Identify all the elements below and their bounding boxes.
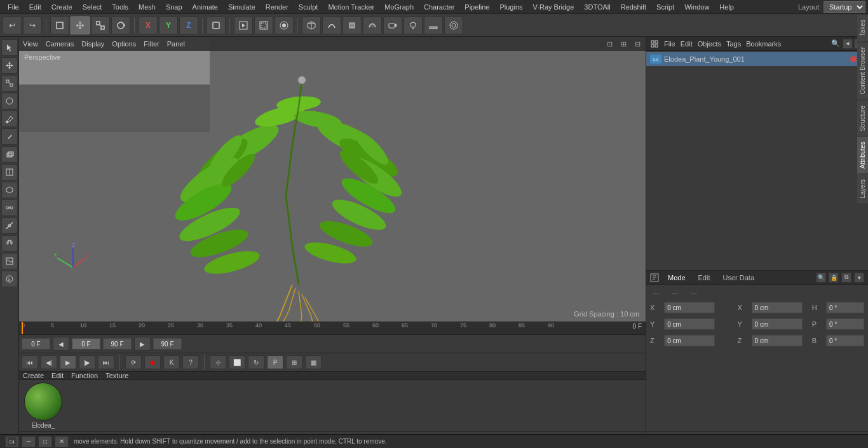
loop-cut-button[interactable] — [1, 164, 18, 180]
select-object-button[interactable] — [1, 39, 18, 56]
x-axis-button[interactable]: X — [139, 17, 158, 34]
obj-back-button[interactable]: ◄ — [843, 39, 853, 49]
tl-zoom-button[interactable]: ↻ — [248, 355, 264, 369]
content-browser-tab[interactable]: Content Browser — [857, 41, 868, 99]
mat-texture-menu[interactable]: Texture — [105, 372, 128, 379]
menu-help[interactable]: Help — [714, 2, 739, 12]
attr-edit-tab[interactable]: Edit — [695, 273, 714, 283]
play-button[interactable]: ▶ — [60, 355, 76, 369]
takes-tab[interactable]: Takes — [857, 14, 868, 41]
obj-dot-red[interactable] — [850, 56, 857, 62]
attr-userdata-tab[interactable]: User Data — [719, 273, 759, 283]
tl-move-button[interactable]: ⊹ — [210, 355, 226, 369]
attr-p-input[interactable] — [826, 318, 864, 330]
menu-render[interactable]: Render — [261, 2, 294, 12]
status-maximize-button[interactable]: □ — [38, 436, 52, 447]
tl-grid-button[interactable]: ⊞ — [286, 355, 302, 369]
paint-lt-button[interactable]: S — [1, 271, 18, 287]
attr-lock-button[interactable]: 🔒 — [829, 273, 839, 283]
material-item[interactable]: Elodea_ — [24, 383, 62, 429]
current-frame-input[interactable] — [72, 338, 100, 350]
magnet-button[interactable] — [1, 235, 18, 252]
attr-b-input[interactable] — [826, 335, 864, 346]
scale-tool-button[interactable] — [91, 17, 110, 34]
tl-mode-button[interactable]: P — [267, 355, 283, 369]
menu-sculpt[interactable]: Sculpt — [294, 2, 323, 12]
menu-tools[interactable]: Tools — [107, 2, 133, 12]
rotate-tool-button[interactable] — [111, 17, 130, 34]
vp-view-menu[interactable]: View — [23, 40, 38, 48]
menu-character[interactable]: Character — [419, 2, 459, 12]
step-back-button[interactable]: ◀| — [41, 355, 57, 369]
render-preview-button[interactable] — [275, 17, 294, 34]
redo-button[interactable]: ↪ — [23, 17, 42, 34]
move-lt-button[interactable] — [1, 57, 18, 74]
attr-y2-input[interactable] — [752, 318, 803, 330]
scale-lt-button[interactable] — [1, 75, 18, 92]
rotate-lt-button[interactable] — [1, 93, 18, 109]
loop-button[interactable]: ⟳ — [125, 355, 142, 369]
tl-layout-button[interactable]: ▦ — [305, 355, 322, 369]
end-frame-input1[interactable] — [103, 338, 132, 350]
attr-x2-input[interactable] — [752, 302, 803, 313]
help-timeline-button[interactable]: ? — [182, 355, 199, 369]
vp-cameras-menu[interactable]: Cameras — [46, 40, 74, 48]
deformer-button[interactable] — [363, 17, 382, 34]
menu-animate[interactable]: Animate — [187, 2, 223, 12]
menu-mesh[interactable]: Mesh — [133, 2, 161, 12]
layers-tab[interactable]: Layers — [857, 173, 868, 203]
menu-simulate[interactable]: Simulate — [223, 2, 261, 12]
extrude-button[interactable] — [342, 17, 362, 34]
extrude-lt-button[interactable] — [1, 146, 18, 163]
menu-mograph[interactable]: MoGraph — [379, 2, 419, 12]
cube-button[interactable] — [302, 17, 321, 34]
object-row-elodea[interactable]: Lo Elodea_Plant_Young_001 — [646, 52, 868, 66]
attr-y-input[interactable] — [664, 318, 715, 330]
model-mode-button[interactable] — [50, 17, 69, 34]
undo-button[interactable]: ↩ — [3, 17, 22, 34]
obj-tags-menu[interactable]: Tags — [726, 40, 741, 48]
vp-icon3[interactable]: ⊟ — [632, 38, 643, 50]
status-close-button[interactable]: ✕ — [55, 436, 69, 447]
menu-file[interactable]: File — [3, 2, 24, 12]
menu-3dtoall[interactable]: 3DTOAll — [579, 2, 615, 12]
menu-create[interactable]: Create — [46, 2, 78, 12]
polygon-button[interactable] — [1, 182, 18, 198]
render-region-button[interactable] — [254, 17, 273, 34]
obj-file-menu[interactable]: File — [664, 40, 675, 48]
menu-window[interactable]: Window — [679, 2, 714, 12]
attr-z2-input[interactable] — [752, 335, 803, 346]
tl-prev-btn[interactable]: ◀ — [53, 337, 69, 351]
step-forward-button[interactable]: |▶ — [79, 355, 95, 369]
menu-plugins[interactable]: Plugins — [494, 2, 527, 12]
vp-options-menu[interactable]: Options — [112, 40, 136, 48]
end-frame-input2[interactable] — [153, 338, 182, 350]
move-tool-button[interactable] — [71, 17, 90, 34]
knife-button[interactable] — [1, 128, 18, 145]
floor-button[interactable] — [424, 17, 443, 34]
status-icon1[interactable]: C4 — [5, 436, 19, 447]
y-axis-button[interactable]: Y — [159, 17, 178, 34]
attr-h-input[interactable] — [826, 302, 864, 313]
tl-select-button[interactable]: ⬜ — [229, 355, 245, 369]
autokey-button[interactable]: K — [163, 355, 180, 369]
menu-pipeline[interactable]: Pipeline — [459, 2, 494, 12]
material-button[interactable] — [444, 17, 463, 34]
render-active-button[interactable] — [234, 17, 253, 34]
viewport[interactable]: X Y Z View Cameras Display Options Filte… — [19, 37, 646, 322]
weld-button[interactable] — [1, 200, 18, 216]
camera-button[interactable] — [383, 17, 402, 34]
obj-objects-menu[interactable]: Objects — [698, 40, 721, 48]
status-minimize-button[interactable]: ─ — [22, 436, 36, 447]
record-button[interactable]: ⏺ — [144, 355, 161, 369]
menu-select[interactable]: Select — [78, 2, 107, 12]
start-frame-input[interactable] — [22, 338, 50, 350]
z-axis-button[interactable]: Z — [179, 17, 198, 34]
vp-panel-menu[interactable]: Panel — [167, 40, 185, 48]
attr-copy-button[interactable]: ⧉ — [841, 273, 851, 283]
vp-display-menu[interactable]: Display — [81, 40, 104, 48]
vp-icon1[interactable]: ⊡ — [604, 38, 615, 50]
structure-tab[interactable]: Structure — [857, 100, 868, 137]
attr-menu-button[interactable]: ▾ — [854, 273, 864, 283]
menu-edit[interactable]: Edit — [24, 2, 46, 12]
